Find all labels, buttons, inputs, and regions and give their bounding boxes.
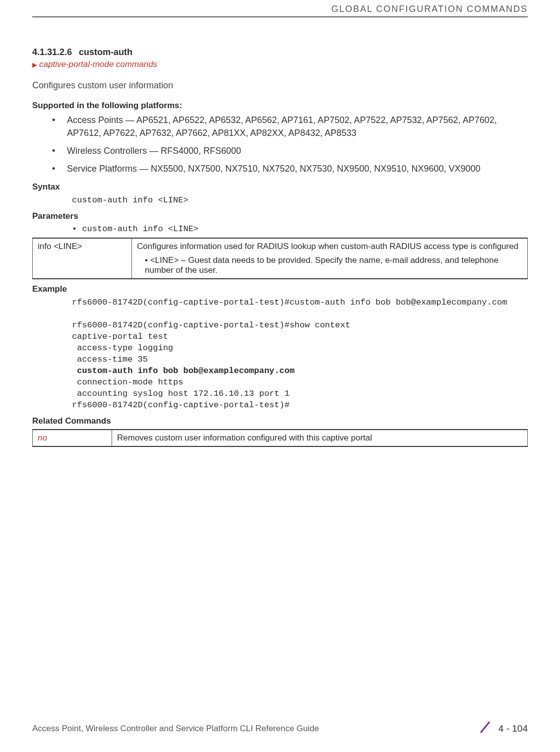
param-desc-bullet: <LINE> – Guest data needs to be provided… [137,255,522,275]
page-content: 4.1.31.2.6custom-auth ▶captive-portal-mo… [32,17,528,447]
example-code: rfs6000-81742D(config-captive-portal-tes… [32,297,528,411]
related-command-name: no [33,430,112,446]
breadcrumb-arrow-icon: ▶ [32,61,37,68]
section-heading: 4.1.31.2.6custom-auth [32,47,528,58]
page-footer: Access Point, Wireless Controller and Se… [32,720,528,737]
table-row: no Removes custom user information confi… [33,430,528,446]
example-code-bold: custom-auth info bob bob@examplecompany.… [77,366,295,376]
parameters-table: info <LINE> Configures information used … [32,238,528,279]
parameters-heading: Parameters [32,211,528,221]
param-name-cell: info <LINE> [33,238,132,279]
param-desc-cell: Configures information used for RADIUS l… [132,238,528,279]
header-category: GLOBAL CONFIGURATION COMMANDS [32,0,528,17]
breadcrumb: ▶captive-portal-mode commands [32,60,528,69]
platform-list: Access Points — AP6521, AP6522, AP6532, … [32,114,528,175]
footer-guide-title: Access Point, Wireless Controller and Se… [32,724,319,734]
related-commands-table: no Removes custom user information confi… [32,429,528,447]
syntax-code: custom-auth info <LINE> [32,195,528,206]
slash-icon [478,720,493,737]
platform-item: Access Points — AP6521, AP6522, AP6532, … [52,114,528,139]
svg-line-0 [481,722,490,733]
example-code-post: connection-mode https accounting syslog … [72,377,290,410]
platform-item: Service Platforms — NX5500, NX7500, NX75… [52,162,528,175]
param-desc-main: Configures information used for RADIUS l… [137,242,518,251]
section-title: custom-auth [79,47,132,57]
platform-item: Wireless Controllers — RFS4000, RFS6000 [52,144,528,157]
table-row: info <LINE> Configures information used … [33,238,528,279]
example-heading: Example [32,284,528,294]
example-code-pre: rfs6000-81742D(config-captive-portal-tes… [72,298,507,376]
parameter-bullet: • custom-auth info <LINE> [32,224,528,234]
page-number: 4 - 104 [498,723,528,734]
section-number: 4.1.31.2.6 [32,47,72,57]
breadcrumb-text: captive-portal-mode commands [39,60,157,69]
related-heading: Related Commands [32,416,528,426]
syntax-heading: Syntax [32,182,528,192]
footer-right: 4 - 104 [478,720,528,737]
related-command-desc: Removes custom user information configur… [112,430,528,446]
section-description: Configures custom user information [32,80,528,91]
supported-heading: Supported in the following platforms: [32,101,528,111]
